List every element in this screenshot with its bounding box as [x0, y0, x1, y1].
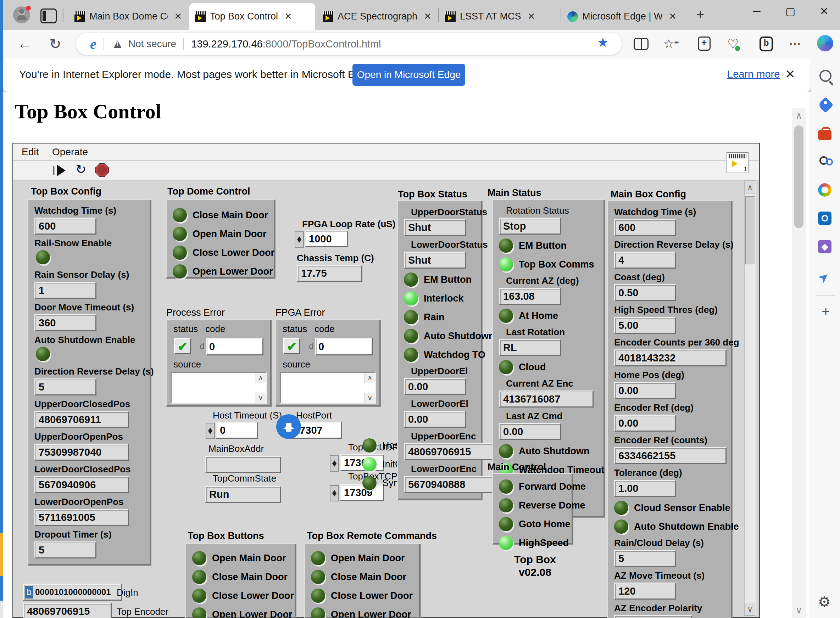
led-off-icon[interactable] [192, 570, 206, 584]
lv-field[interactable]: 4 [614, 252, 676, 269]
copilot-icon[interactable] [817, 35, 832, 50]
radix-prefix[interactable]: d [307, 339, 315, 354]
learn-more-link[interactable]: Learn more [727, 68, 780, 80]
lv-field[interactable]: 5670940906 [34, 476, 129, 493]
open-in-edge-button[interactable]: Open in Microsoft Edge [353, 64, 465, 86]
page-scrollbar[interactable]: ∧ ∨ [792, 108, 806, 618]
tools-icon[interactable] [818, 126, 834, 142]
lv-field[interactable]: 75309987040 [34, 444, 129, 461]
led-on-icon[interactable] [499, 536, 513, 550]
fpga-loop-rate-spinner[interactable] [295, 232, 304, 248]
run-continuous-icon[interactable]: ↻ [76, 162, 86, 177]
led-off-icon[interactable] [192, 608, 206, 618]
scroll-down-icon[interactable]: ∨ [255, 393, 266, 403]
wallet-icon[interactable]: b [760, 37, 774, 51]
lv-field[interactable]: 6334662155 [614, 447, 727, 464]
radix-prefix[interactable]: d [198, 339, 206, 354]
lv-field[interactable]: 0.00 [614, 414, 676, 432]
scroll-up-icon[interactable]: ∧ [364, 373, 375, 383]
tab-close-icon[interactable]: ✕ [424, 11, 432, 22]
scroll-down-icon[interactable]: ∨ [364, 393, 375, 403]
maximize-button[interactable]: ▢ [780, 5, 801, 17]
lv-field[interactable]: 5 [34, 379, 97, 395]
banner-close-icon[interactable]: ✕ [785, 67, 795, 81]
udp-port-spinner[interactable] [330, 455, 339, 472]
led-off-icon[interactable] [499, 498, 513, 513]
led-off-icon[interactable] [192, 588, 206, 603]
settings-icon[interactable]: ⚙ [818, 594, 834, 609]
lv-field[interactable]: 4018143232 [614, 349, 727, 366]
run-icon[interactable] [53, 165, 69, 176]
tab-microsoft-edge-wh[interactable]: Microsoft Edge | Wh✕ [561, 3, 682, 30]
address-bar[interactable]: e ▲! Not secure 139.229.170.46 :8000/Top… [76, 33, 622, 55]
lv-field[interactable]: 5711691005 [34, 509, 129, 526]
designer-icon[interactable]: ◆ [818, 240, 834, 256]
lv-field[interactable]: 0.00 [614, 382, 676, 399]
more-options-icon[interactable]: ⋯ [789, 37, 804, 51]
status-check-icon[interactable]: ✔ [174, 338, 191, 354]
refresh-button[interactable]: ↻ [49, 36, 61, 52]
tab-close-icon[interactable]: ✕ [669, 11, 676, 22]
menu-edit[interactable]: Edit [22, 146, 39, 158]
code-field[interactable]: 0 [315, 338, 373, 355]
close-window-button[interactable]: ✕ [813, 5, 835, 17]
favorites-icon[interactable]: ☆ [663, 37, 678, 51]
led-off-icon[interactable] [173, 264, 187, 279]
new-tab-button[interactable]: + [696, 7, 704, 22]
source-textarea[interactable]: ∧ ∨ [280, 372, 376, 404]
lv-field[interactable]: 1 [34, 282, 97, 299]
tab-close-icon[interactable]: ✕ [527, 11, 535, 22]
browser-essentials-icon[interactable]: ♡ [727, 37, 742, 51]
shopping-icon[interactable] [818, 97, 834, 113]
lv-field[interactable]: 600 [34, 218, 97, 235]
led-off-icon[interactable] [614, 520, 629, 534]
minimize-button[interactable]: ─ [746, 5, 767, 17]
search-icon[interactable] [818, 68, 834, 84]
panel-scrollbar[interactable]: ∧ ∨ [744, 180, 756, 616]
microsoft-365-icon[interactable] [818, 183, 834, 199]
led-off-icon[interactable] [36, 250, 50, 264]
collections-icon[interactable] [696, 37, 711, 51]
tab-ace-spectrograph[interactable]: ACE Spectrograph✕ [317, 3, 438, 30]
scroll-up-icon[interactable]: ∧ [745, 181, 755, 193]
send-icon[interactable]: ➤ [815, 265, 837, 287]
lv-field[interactable]: 360 [34, 314, 97, 331]
tab-search-icon[interactable] [40, 9, 57, 24]
led-off-icon[interactable] [36, 347, 50, 361]
scroll-up-icon[interactable]: ∧ [255, 373, 266, 383]
lv-field[interactable]: 5.00 [614, 317, 676, 334]
lv-field[interactable]: 5 [34, 541, 97, 559]
menu-operate[interactable]: Operate [52, 146, 88, 158]
url-host[interactable]: 139.229.170.46 [191, 38, 263, 50]
status-check-icon[interactable]: ✔ [283, 338, 300, 354]
scroll-to-top-overlay-icon[interactable] [276, 414, 301, 439]
scrollbar-thumb[interactable] [745, 196, 755, 264]
lv-field[interactable]: 1.00 [614, 480, 676, 497]
split-screen-icon[interactable] [634, 37, 648, 51]
fpga-loop-rate-field[interactable]: 1000 [305, 230, 348, 247]
not-secure-label[interactable]: Not secure [128, 38, 176, 50]
mainboxaddr-field[interactable] [205, 456, 281, 473]
lv-field[interactable]: 600 [614, 219, 676, 236]
lv-field[interactable]: Positive [614, 615, 692, 618]
led-off-icon[interactable] [614, 501, 629, 515]
led-off-icon[interactable] [499, 480, 513, 494]
led-off-icon[interactable] [311, 551, 325, 565]
led-off-icon[interactable] [311, 608, 325, 618]
scroll-down-icon[interactable]: ∨ [792, 602, 806, 618]
led-off-icon[interactable] [192, 551, 206, 565]
radix-prefix[interactable]: b [25, 586, 33, 599]
tab-lsst-at-mcs[interactable]: LSST AT MCS✕ [439, 3, 560, 30]
led-off-icon[interactable] [311, 588, 325, 603]
abort-icon[interactable] [95, 163, 109, 177]
tcp-port-spinner[interactable] [330, 485, 339, 501]
lv-field[interactable]: 120 [614, 582, 676, 600]
people-icon[interactable] [818, 155, 834, 171]
lv-field[interactable]: 0.50 [614, 284, 676, 301]
favorite-star-filled-icon[interactable]: ★ [597, 35, 608, 50]
lv-field[interactable]: 5 [614, 550, 676, 567]
host-timeout-field[interactable]: 0 [216, 422, 258, 439]
led-off-icon[interactable] [499, 517, 513, 531]
outlook-icon[interactable]: O [818, 212, 834, 227]
host-timeout-spinner[interactable] [206, 423, 215, 439]
